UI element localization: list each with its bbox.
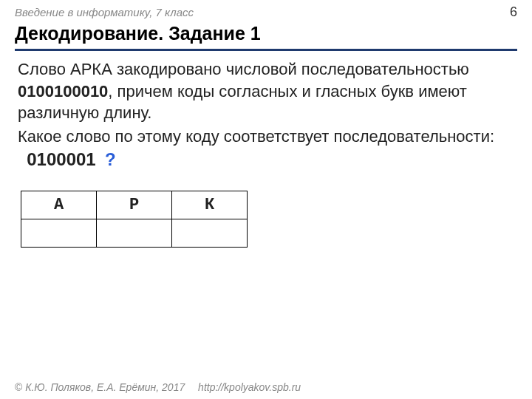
question-mark: ? [105,149,116,169]
header-bar: Введение в информатику, 7 класс 6 [0,0,532,23]
p2-text: Какое слово по этому коду соответствует … [18,127,494,146]
paragraph-1: Слово АРКА закодировано числовой последо… [18,58,514,124]
paragraph-2: Какое слово по этому коду соответствует … [18,126,514,171]
p1-code: 0100100010 [18,82,108,100]
code-table: А Р К [21,191,514,248]
content: Слово АРКА закодировано числовой последо… [0,51,532,248]
th-r: Р [97,191,172,219]
breadcrumb: Введение в информатику, 7 класс [15,6,194,18]
cell-k [172,219,248,248]
copyright-symbol: © [15,381,22,393]
title-block: Декодирование. Задание 1 [0,23,532,51]
footer: © К.Ю. Поляков, Е.А. Ерёмин, 2017 http:/… [15,381,301,393]
footer-url: http://kpolyakov.spb.ru [198,381,301,393]
cell-r [97,219,172,248]
th-a: А [21,191,97,219]
th-k: К [172,191,248,219]
table-value-row [21,219,248,248]
question-code: 0100001 [27,149,95,169]
p1-text-a: Слово АРКА закодировано числовой последо… [18,60,469,78]
page-number: 6 [510,4,517,20]
footer-authors: К.Ю. Поляков, Е.А. Ерёмин, 2017 [25,381,185,393]
page-title: Декодирование. Задание 1 [15,23,517,47]
cell-a [21,219,97,248]
table-header-row: А Р К [21,191,248,219]
